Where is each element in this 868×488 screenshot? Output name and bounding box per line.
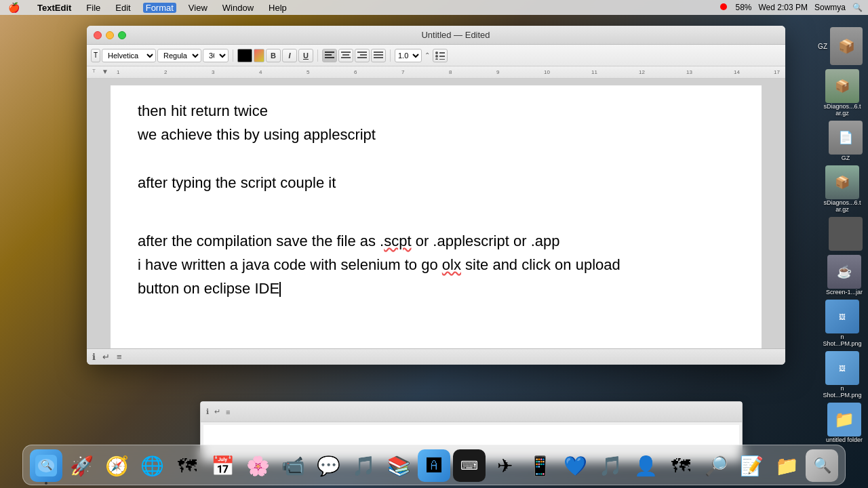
right-file-1[interactable]: GZ 📦 bbox=[818, 27, 863, 65]
dock-filemanager[interactable]: 📁 bbox=[770, 449, 803, 482]
screenshot-label-2: n Shot...PM.png bbox=[822, 385, 863, 399]
menu-help[interactable]: Help bbox=[266, 3, 290, 13]
align-group bbox=[322, 49, 386, 62]
align-left-button[interactable] bbox=[322, 49, 337, 62]
dock-maps[interactable]: 🗺 bbox=[171, 449, 203, 482]
squiggle-olx: olx bbox=[442, 256, 461, 273]
dock-whatsapp[interactable]: 📱 bbox=[524, 449, 556, 482]
dock-terminal[interactable]: ⌨ bbox=[453, 449, 486, 482]
screenshot-icon-2[interactable]: 🖼 bbox=[825, 351, 859, 385]
maximize-button[interactable] bbox=[118, 31, 126, 39]
bold-button[interactable]: B bbox=[266, 49, 281, 62]
dock-maps2[interactable]: 🗺 bbox=[665, 449, 697, 482]
dock-itunes[interactable]: 🎵 bbox=[347, 449, 380, 482]
svg-point-18 bbox=[435, 55, 438, 58]
dock-spotlight[interactable]: 🔍 bbox=[806, 449, 838, 482]
format-group: B I U bbox=[237, 49, 313, 62]
right-panel-items: GZ 📦 📦 sDiagnos...6.tar.gz 📄 GZ 📦 sDiagn… bbox=[818, 27, 863, 446]
right-folder[interactable]: 📁 untitled folder bbox=[826, 403, 863, 443]
doc-line-4: i have written a java code with selenium… bbox=[138, 253, 734, 277]
tar-gz-icon-2[interactable]: 📦 bbox=[825, 165, 859, 199]
dock-spotify[interactable]: 🎵 bbox=[594, 449, 627, 482]
italic-button[interactable]: I bbox=[282, 49, 297, 62]
menu-view[interactable]: View bbox=[186, 3, 210, 13]
divider-1 bbox=[233, 49, 233, 62]
dock-messages[interactable]: 💬 bbox=[312, 449, 344, 482]
info-icon[interactable]: ℹ bbox=[92, 352, 96, 362]
menu-file[interactable]: File bbox=[83, 3, 103, 13]
right-screenshot-2[interactable]: 🖼 n Shot...PM.png bbox=[822, 351, 863, 399]
dock-launchpad[interactable]: 🚀 bbox=[65, 449, 98, 482]
right-screenshot-1[interactable]: 🖼 n Shot...PM.png bbox=[822, 300, 863, 347]
font-selector[interactable]: Helvetica Arial Times New Roman bbox=[102, 49, 156, 62]
battery-status: 58% bbox=[735, 3, 751, 12]
dock-finder2[interactable]: 🔎 bbox=[700, 449, 732, 482]
highlight-picker[interactable] bbox=[254, 49, 264, 62]
dock-airmail[interactable]: ✈ bbox=[488, 449, 521, 482]
gz-icon-2[interactable]: 📄 bbox=[829, 121, 863, 155]
apple-menu[interactable]: 🍎 bbox=[5, 2, 22, 13]
svg-rect-5 bbox=[342, 54, 349, 56]
close-button[interactable] bbox=[94, 31, 102, 39]
line-spacing-selector[interactable]: 1.0 1.5 2.0 bbox=[395, 49, 422, 62]
gz-icon-1[interactable]: 📦 bbox=[830, 27, 863, 65]
right-file-5[interactable] bbox=[829, 217, 863, 251]
dock-appstore[interactable]: 🅰 bbox=[418, 449, 450, 482]
dock-finder[interactable]: 🔍 bbox=[30, 449, 62, 482]
list-style-button[interactable]: T bbox=[91, 49, 100, 62]
screenshot-label-1: n Shot...PM.png bbox=[822, 333, 863, 347]
document-area[interactable]: then hit return twice we achieve this by… bbox=[87, 79, 785, 348]
color-picker[interactable] bbox=[237, 49, 252, 62]
minimize-button[interactable] bbox=[106, 31, 114, 39]
document-page[interactable]: then hit return twice we achieve this by… bbox=[111, 85, 762, 348]
dock-facetime[interactable]: 📹 bbox=[277, 449, 309, 482]
justify-button[interactable] bbox=[371, 49, 386, 62]
screenshot-icon-1[interactable]: 🖼 bbox=[825, 300, 859, 333]
align-center-button[interactable] bbox=[338, 49, 353, 62]
dark-box[interactable] bbox=[829, 217, 863, 251]
jar-icon[interactable]: ☕ bbox=[827, 255, 861, 289]
dock-ibooks[interactable]: 📚 bbox=[382, 449, 415, 482]
menu-bar-right: 58% Wed 2:03 PM Sowmya 🔍 bbox=[720, 3, 863, 12]
underline-button[interactable]: U bbox=[298, 49, 313, 62]
tar-gz-label-2: sDiagnos...6.tar.gz bbox=[822, 199, 863, 213]
dock-calendar[interactable]: 📅 bbox=[206, 449, 239, 482]
search-icon[interactable]: 🔍 bbox=[852, 3, 863, 12]
dock-safari[interactable]: 🧭 bbox=[100, 449, 133, 482]
right-file-2[interactable]: 📦 sDiagnos...6.tar.gz bbox=[822, 69, 863, 117]
menu-format[interactable]: Format bbox=[143, 3, 176, 13]
secondary-list: ≡ bbox=[226, 408, 230, 416]
dock-chrome[interactable]: 🌐 bbox=[136, 449, 168, 482]
right-file-6[interactable]: ☕ Screen-1...jar bbox=[826, 255, 863, 296]
menu-window[interactable]: Window bbox=[220, 3, 256, 13]
dock-skype[interactable]: 💙 bbox=[559, 449, 591, 482]
right-file-4[interactable]: 📦 sDiagnos...6.tar.gz bbox=[822, 165, 863, 213]
right-file-3[interactable]: 📄 GZ bbox=[829, 121, 863, 161]
menu-edit[interactable]: Edit bbox=[113, 3, 133, 13]
menu-textedit[interactable]: TextEdit bbox=[35, 3, 74, 13]
dock-photos[interactable]: 🌸 bbox=[241, 449, 274, 482]
secondary-return: ↵ bbox=[214, 407, 220, 416]
ruler-start: T bbox=[92, 68, 96, 74]
tar-gz-label: sDiagnos...6.tar.gz bbox=[822, 103, 863, 117]
doc-line-spacer-1 bbox=[138, 146, 734, 170]
dock-contacts[interactable]: 👤 bbox=[629, 449, 662, 482]
return-icon[interactable]: ↵ bbox=[102, 352, 110, 362]
status-bar: ℹ ↵ ≡ bbox=[87, 348, 785, 365]
folder-icon[interactable]: 📁 bbox=[827, 403, 861, 436]
spacing-group: 1.0 1.5 2.0 ⌃ bbox=[395, 49, 448, 62]
tar-gz-icon[interactable]: 📦 bbox=[825, 69, 859, 103]
list-style-dropdown[interactable] bbox=[433, 49, 448, 62]
ruler-content: T 1 2 3 4 5 6 7 8 9 10 11 12 13 14 17 ▼ bbox=[90, 66, 783, 78]
spacing-arrow[interactable]: ⌃ bbox=[423, 49, 431, 62]
squiggle-scpt: scpt bbox=[384, 232, 411, 249]
align-right-button[interactable] bbox=[355, 49, 370, 62]
svg-point-20 bbox=[435, 58, 438, 60]
dock-textedit[interactable]: 📝 bbox=[735, 449, 768, 482]
svg-rect-6 bbox=[341, 57, 351, 58]
size-selector[interactable]: 36 12 14 18 24 48 72 bbox=[203, 49, 229, 62]
list-icon[interactable]: ≡ bbox=[117, 352, 122, 362]
style-selector[interactable]: Regular Bold Italic bbox=[157, 49, 201, 62]
window-title: Untitled — Edited bbox=[133, 30, 778, 40]
svg-rect-14 bbox=[374, 57, 383, 58]
